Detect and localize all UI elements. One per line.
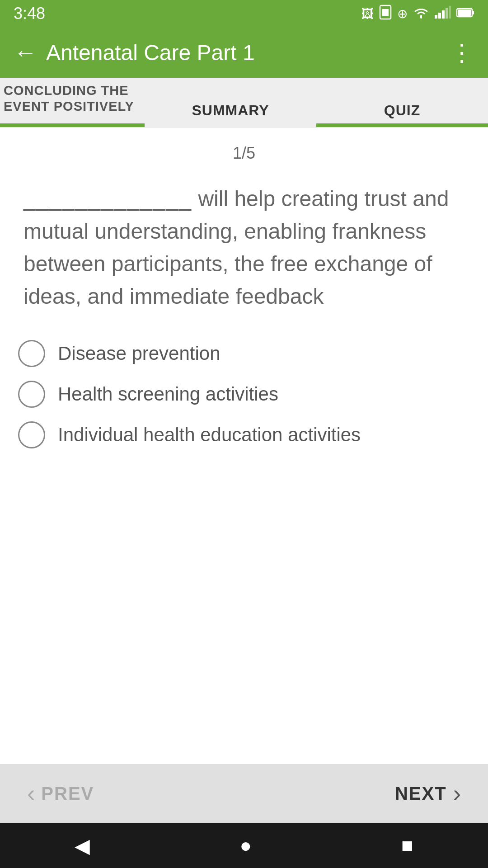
more-options-button[interactable]: ⋮ <box>450 39 474 66</box>
svg-rect-8 <box>472 11 474 14</box>
svg-rect-6 <box>449 6 451 19</box>
svg-rect-1 <box>382 9 389 16</box>
back-button[interactable]: ← <box>14 41 37 64</box>
tab-bar: CONCLUDING THE EVENT POSITIVELY SUMMARY … <box>0 78 488 127</box>
status-icons: 🖼 ⊕ <box>361 5 474 23</box>
svg-rect-4 <box>442 10 445 19</box>
wifi-icon <box>413 6 429 22</box>
radio-option-1[interactable] <box>18 340 45 367</box>
tab-module-label: CONCLUDING THE EVENT POSITIVELY <box>4 83 145 123</box>
system-back-button[interactable]: ◀ <box>75 834 90 857</box>
prev-button[interactable]: ‹ PREV <box>27 780 94 807</box>
question-blank: _____________ <box>23 187 192 211</box>
option-3-label: Individual health education activities <box>58 424 361 446</box>
app-bar-left: ← Antenatal Care Part 1 <box>14 40 255 65</box>
system-nav-bar: ◀ ● ■ <box>0 823 488 868</box>
lastpass-icon: ⊕ <box>397 6 408 21</box>
question-counter: 1/5 <box>0 127 488 172</box>
image-icon: 🖼 <box>361 6 374 21</box>
battery-icon <box>456 6 474 21</box>
svg-rect-3 <box>438 13 441 19</box>
option-1[interactable]: Disease prevention <box>18 340 470 367</box>
status-bar: 3:48 🖼 ⊕ <box>0 0 488 27</box>
next-button[interactable]: NEXT › <box>395 780 461 807</box>
next-chevron-icon: › <box>453 780 461 807</box>
svg-rect-5 <box>446 8 448 19</box>
next-label: NEXT <box>395 783 447 804</box>
radio-option-2[interactable] <box>18 381 45 408</box>
system-home-button[interactable]: ● <box>239 834 252 857</box>
prev-label: PREV <box>41 783 94 804</box>
tab-module[interactable]: CONCLUDING THE EVENT POSITIVELY <box>0 78 145 127</box>
tab-summary-indicator <box>145 123 316 127</box>
app-bar-title: Antenatal Care Part 1 <box>46 40 255 65</box>
signal-icon <box>435 6 451 22</box>
tab-quiz[interactable]: QUIZ <box>316 78 488 127</box>
tab-quiz-indicator <box>316 123 488 127</box>
tab-summary[interactable]: SUMMARY <box>145 78 316 127</box>
option-3[interactable]: Individual health education activities <box>18 421 470 448</box>
status-time: 3:48 <box>14 4 45 23</box>
question-text: _____________ will help creating trust a… <box>0 172 488 331</box>
svg-rect-2 <box>435 15 437 19</box>
system-recents-button[interactable]: ■ <box>401 834 413 857</box>
radio-option-3[interactable] <box>18 421 45 448</box>
bottom-nav: ‹ PREV NEXT › <box>0 764 488 823</box>
prev-chevron-icon: ‹ <box>27 780 35 807</box>
tab-module-indicator <box>0 123 145 127</box>
option-2[interactable]: Health screening activities <box>18 381 470 408</box>
app-bar: ← Antenatal Care Part 1 ⋮ <box>0 27 488 78</box>
sim-icon <box>379 5 392 23</box>
option-1-label: Disease prevention <box>58 343 221 364</box>
svg-rect-9 <box>458 9 471 16</box>
content-area: 1/5 _____________ will help creating tru… <box>0 127 488 764</box>
options-container: Disease prevention Health screening acti… <box>0 331 488 458</box>
option-2-label: Health screening activities <box>58 383 278 405</box>
